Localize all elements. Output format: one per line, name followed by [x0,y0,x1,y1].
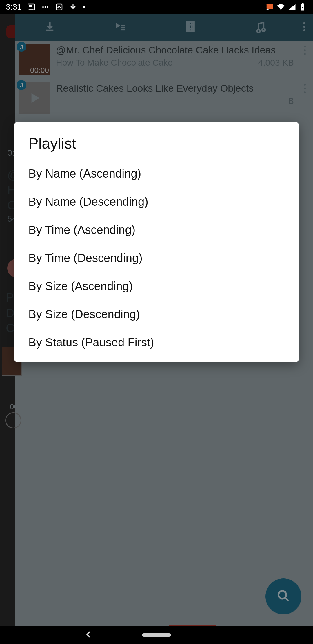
system-navbar [0,626,313,644]
screenshot-icon [55,3,63,11]
download-arrow-icon [69,3,77,11]
nav-home-pill[interactable] [142,633,171,637]
sort-option-time-desc[interactable]: By Time (Descending) [14,244,299,272]
status-right [265,3,307,11]
svg-rect-11 [302,3,304,4]
dot-icon [83,3,85,11]
app-content: 00:00 @Mr. Chef Delicious Chocolate Cake… [0,14,313,626]
sort-option-status-paused[interactable]: By Status (Paused First) [14,328,299,357]
svg-rect-1 [29,5,32,7]
svg-point-6 [47,6,48,8]
dialog-title: Playlist [14,131,299,160]
status-bar: 3:31 [0,0,313,14]
sort-option-name-asc[interactable]: By Name (Ascending) [14,160,299,188]
sort-option-name-desc[interactable]: By Name (Descending) [14,188,299,216]
wifi-icon [276,3,285,11]
sort-option-size-desc[interactable]: By Size (Descending) [14,300,299,328]
news-icon [27,3,36,11]
svg-rect-7 [56,4,62,10]
signal-icon [287,3,296,11]
nav-back-button[interactable] [85,630,93,640]
svg-point-8 [83,6,85,8]
dots-icon [41,3,50,11]
svg-point-5 [44,6,46,8]
sort-option-time-asc[interactable]: By Time (Ascending) [14,216,299,244]
cast-icon [265,3,274,11]
playlist-sort-dialog: Playlist By Name (Ascending) By Name (De… [14,122,299,362]
status-time: 3:31 [6,2,22,12]
battery-icon [299,3,307,11]
svg-point-4 [42,6,44,8]
svg-rect-9 [267,4,273,9]
status-left: 3:31 [6,2,85,12]
sort-option-size-asc[interactable]: By Size (Ascending) [14,272,299,300]
